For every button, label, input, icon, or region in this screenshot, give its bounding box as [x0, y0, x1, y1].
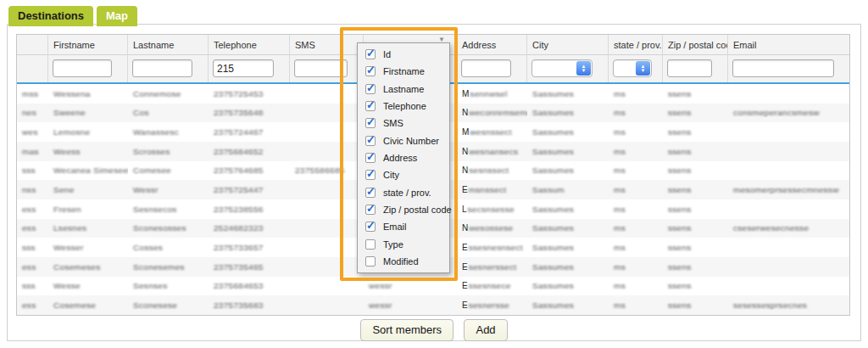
cell-lastname: Sconesosses: [128, 223, 209, 233]
checkbox-unchecked-icon[interactable]: [365, 256, 376, 267]
cell-zip: ssens: [663, 223, 728, 233]
column-header-zip[interactable]: Zip / postal code: [663, 35, 728, 55]
redacted-text: 2375725447: [214, 186, 264, 194]
column-header-sms[interactable]: SMS: [290, 35, 364, 55]
tab-destinations[interactable]: Destinations: [8, 6, 93, 26]
column-menu-item-firstname[interactable]: Firstname: [358, 63, 449, 80]
redacted-text: 2375724467: [214, 128, 264, 137]
redacted-text: Sassumes: [532, 224, 574, 233]
column-menu-item-lastname[interactable]: Lastname: [358, 81, 449, 98]
redacted-text: Cosemese: [53, 300, 96, 309]
column-menu-item-sms[interactable]: SMS: [358, 115, 449, 132]
redacted-text: ess: [22, 300, 36, 309]
checkbox-checked-icon[interactable]: [365, 66, 376, 76]
tab-map[interactable]: Map: [97, 6, 137, 26]
redacted-text: consmeperancsmesw: [733, 109, 820, 117]
column-header-firstname[interactable]: Firstname: [48, 35, 128, 55]
address-visible-letter: E: [462, 281, 468, 290]
checkbox-checked-icon[interactable]: [365, 170, 376, 180]
cell-firstname: Cosemeses: [48, 262, 128, 272]
redacted-text: 2375238556: [214, 205, 264, 213]
address-visible-letter: M: [462, 89, 469, 98]
redacted-text: weconremsement: [469, 109, 527, 117]
column-header-address[interactable]: Address: [457, 35, 527, 55]
column-menu-item-email[interactable]: Email: [358, 218, 449, 235]
redacted-text: ssens: [668, 300, 692, 309]
cell-state: ms: [609, 89, 663, 98]
column-menu-item-state-prov-[interactable]: state / prov.: [358, 184, 449, 201]
cell-telephone: 2375735648: [209, 108, 290, 117]
table-row[interactable]: essCosemeseSconesese2375735683wessrEsesn…: [17, 295, 849, 315]
cell-telephone: 2375735465: [209, 262, 290, 272]
cell-firstname: Wessena: [48, 89, 128, 98]
column-menu-item-city[interactable]: City: [358, 166, 449, 183]
sms-filter-input[interactable]: [294, 59, 348, 77]
checkbox-checked-icon[interactable]: [365, 205, 376, 215]
add-button[interactable]: Add: [464, 319, 507, 341]
cell-lastname: Cosses: [128, 243, 209, 252]
redacted-text: Sene: [53, 186, 75, 194]
checkbox-checked-icon[interactable]: [365, 49, 376, 59]
column-header-state[interactable]: state / prov.: [609, 35, 663, 55]
cell-zip: ssens: [663, 300, 728, 310]
cell-address: Emsnssect: [457, 185, 527, 194]
lastname-filter-input[interactable]: [132, 59, 192, 77]
column-header-city[interactable]: City: [527, 35, 609, 55]
column-menu-item-zip-postal-code[interactable]: Zip / postal code: [358, 201, 449, 218]
redacted-text: ms: [614, 166, 626, 175]
city-filter-select[interactable]: ▲▼: [531, 59, 593, 77]
checkbox-checked-icon[interactable]: [365, 222, 376, 232]
column-header-telephone[interactable]: Telephone: [209, 35, 290, 55]
redacted-text: ssens: [668, 282, 692, 290]
sort-members-button[interactable]: Sort members: [360, 319, 453, 341]
redacted-text: Sesnsecos: [133, 205, 177, 213]
redacted-text: 2375735465: [214, 262, 264, 271]
column-menu-item-address[interactable]: Address: [358, 149, 449, 166]
telephone-filter-input[interactable]: [213, 59, 274, 77]
cell-zip: ssens: [663, 166, 728, 175]
checkbox-checked-icon[interactable]: [365, 153, 376, 163]
column-menu-item-id[interactable]: Id: [358, 46, 449, 63]
column-header-email[interactable]: Email: [728, 35, 849, 55]
cell-lastname: Cos: [128, 108, 209, 117]
table-row[interactable]: sssWesseSesnses2375684653wessrEssesnsece…: [17, 277, 849, 296]
redacted-text: Sassumes: [532, 128, 574, 137]
checkbox-checked-icon[interactable]: [365, 188, 376, 198]
checkbox-checked-icon[interactable]: [365, 84, 376, 94]
column-menu-item-label: state / prov.: [383, 188, 431, 198]
redacted-text: sesessesprsecnes: [733, 300, 807, 309]
select-stepper-icon: ▲▼: [576, 61, 591, 76]
address-filter-input[interactable]: [461, 59, 511, 77]
column-menu-item-modified[interactable]: Modified: [358, 253, 449, 270]
cell-firstname: Fresen: [48, 205, 128, 214]
cell-state: ms: [609, 147, 663, 156]
action-bar: Sort members Add: [8, 319, 860, 341]
column-menu-item-label: Email: [383, 222, 407, 232]
column-menu-item-type[interactable]: Type: [358, 235, 449, 252]
cell-city: Sassum: [527, 185, 609, 194]
redacted-text: Wessena: [53, 89, 91, 98]
redacted-text: Wesser: [53, 244, 84, 252]
redacted-text: mesomerprsessecmnessw: [733, 186, 839, 194]
cell-zip: ssens: [663, 185, 728, 194]
cell-zip: ssens: [663, 147, 728, 156]
column-menu-item-civic-number[interactable]: Civic Number: [358, 132, 449, 149]
checkbox-unchecked-icon[interactable]: [365, 239, 376, 250]
column-menu-item-telephone[interactable]: Telephone: [358, 98, 449, 115]
cell-id: mas: [17, 147, 48, 156]
column-header-lastname[interactable]: Lastname: [128, 35, 209, 55]
column-header-label: City: [532, 40, 548, 50]
cell-lastname: Sesnsecos: [128, 205, 209, 214]
zip-filter-input[interactable]: [667, 59, 712, 77]
email-filter-input[interactable]: [732, 59, 834, 77]
checkbox-checked-icon[interactable]: [365, 118, 376, 128]
cell-address: Nwesossese: [457, 223, 527, 233]
state-filter-select[interactable]: ▲▼: [613, 59, 652, 77]
firstname-filter-input[interactable]: [53, 59, 112, 77]
redacted-text: mss: [22, 89, 38, 98]
checkbox-checked-icon[interactable]: [365, 101, 376, 111]
checkbox-checked-icon[interactable]: [365, 136, 376, 146]
column-header-id[interactable]: [17, 35, 48, 55]
redacted-text: 2375733657: [214, 244, 264, 252]
cell-lastname: Comesee: [128, 166, 209, 175]
